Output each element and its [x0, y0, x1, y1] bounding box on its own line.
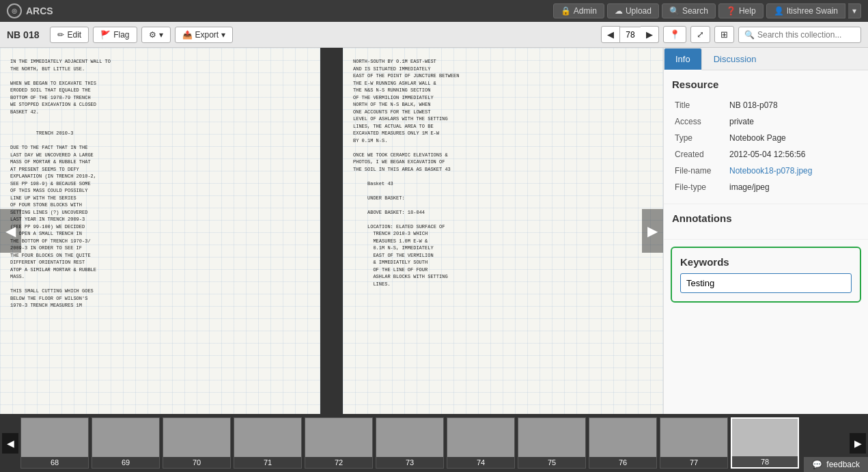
- upload-button[interactable]: ☁ Upload: [607, 3, 659, 18]
- notebook-binding: [322, 48, 343, 414]
- notebook-left-text: IN THE IMMEDIATELY ADJACENT WALL TO THE …: [10, 58, 310, 309]
- export-icon: 📤: [182, 30, 193, 40]
- filmstrip-item-label: 74: [447, 457, 514, 468]
- title-label: Title: [672, 97, 727, 113]
- filmstrip-item[interactable]: 70: [163, 417, 231, 469]
- settings-button[interactable]: ⚙ ▾: [141, 27, 171, 43]
- filmstrip-item[interactable]: 78: [731, 417, 799, 469]
- notebook-left-page: IN THE IMMEDIATELY ADJACENT WALL TO THE …: [0, 48, 322, 414]
- search-nav-button[interactable]: 🔍 Search: [662, 3, 716, 18]
- filmstrip-item[interactable]: 71: [234, 417, 302, 469]
- collection-search: 🔍: [738, 27, 861, 43]
- resource-section: Resource Title NB 018-p078 Access privat…: [664, 70, 868, 204]
- user-button[interactable]: 👤 Itishree Swain: [766, 3, 845, 18]
- help-button[interactable]: ❓ Help: [718, 3, 764, 18]
- table-row: Title NB 018-p078: [672, 97, 860, 113]
- lock-icon: 🔒: [561, 6, 571, 16]
- filmstrip-item-label: 69: [92, 457, 159, 468]
- top-navigation: ◎ ARCS 🔒 Admin ☁ Upload 🔍 Search ❓ Help …: [0, 0, 868, 22]
- location-button[interactable]: 📍: [663, 26, 686, 43]
- export-button[interactable]: 📤 Export ▾: [175, 27, 234, 43]
- created-label: Created: [672, 146, 727, 163]
- filmstrip-item-label: 71: [234, 457, 301, 468]
- filmstrip-prev-button[interactable]: ◀: [2, 433, 18, 454]
- type-label: Type: [672, 130, 727, 146]
- flag-icon: 🚩: [100, 30, 111, 40]
- main-content: ◀ IN THE IMMEDIATELY ADJACENT WALL TO TH…: [0, 48, 868, 414]
- page-navigation: ◀ 78 ▶: [601, 26, 659, 43]
- edit-icon: ✏: [57, 30, 64, 40]
- user-dropdown-button[interactable]: ▾: [848, 3, 861, 18]
- created-value: 2012-05-04 12:56:56: [727, 146, 860, 163]
- user-icon: 👤: [774, 6, 784, 16]
- filmstrip-item-label: 78: [732, 456, 798, 467]
- logo-icon: ◎: [7, 3, 22, 18]
- toolbar: NB 018 ✏ Edit 🚩 Flag ⚙ ▾ 📤 Export ▾ ◀ 78…: [0, 22, 868, 48]
- admin-button[interactable]: 🔒 Admin: [553, 3, 604, 18]
- keywords-section: Keywords: [671, 247, 861, 303]
- app-logo: ◎ ARCS: [7, 3, 53, 18]
- table-row: File-name Notebook18-p078.jpeg: [672, 163, 860, 179]
- gear-icon: ⚙: [149, 30, 156, 40]
- next-page-button[interactable]: ▶: [641, 26, 659, 43]
- search-icon: 🔍: [744, 30, 755, 40]
- filename-label: File-name: [672, 163, 727, 179]
- filmstrip-item-label: 68: [21, 457, 88, 468]
- notebook-image: IN THE IMMEDIATELY ADJACENT WALL TO THE …: [0, 48, 663, 414]
- tab-discussion[interactable]: Discussion: [702, 48, 768, 70]
- right-panel: Info Discussion Resource Title NB 018-p0…: [663, 48, 868, 414]
- prev-page-button[interactable]: ◀: [601, 26, 620, 43]
- resource-title: Resource: [672, 79, 860, 90]
- app-name: ARCS: [26, 5, 53, 16]
- filetype-value: image/jpeg: [727, 179, 860, 195]
- filmstrip-item-label: 70: [163, 457, 230, 468]
- filmstrip-item[interactable]: 74: [447, 417, 515, 469]
- notebook-right-page: NORTH-SOUTH BY 0.1M EAST-WEST AND IS SIT…: [343, 48, 663, 414]
- page-title: NB 018: [7, 29, 39, 40]
- resource-table: Title NB 018-p078 Access private Type No…: [672, 97, 860, 195]
- viewer-next-button[interactable]: ▶: [642, 209, 663, 253]
- filmstrip-item-label: 73: [376, 457, 443, 468]
- filmstrip-item[interactable]: 68: [20, 417, 89, 469]
- collection-search-input[interactable]: [757, 30, 853, 40]
- title-value: NB 018-p078: [727, 97, 860, 113]
- panel-tabs: Info Discussion: [664, 48, 868, 70]
- filmstrip-items: 6869707172737475767778: [0, 417, 820, 469]
- image-viewer: ◀ IN THE IMMEDIATELY ADJACENT WALL TO TH…: [0, 48, 663, 414]
- fullscreen-button[interactable]: ⤢: [690, 26, 710, 43]
- filmstrip-item[interactable]: 69: [92, 417, 160, 469]
- table-row: File-type image/jpeg: [672, 179, 860, 195]
- filmstrip-item[interactable]: 77: [660, 417, 728, 469]
- tab-info[interactable]: Info: [664, 48, 702, 70]
- feedback-button[interactable]: 💬 feedback: [804, 457, 868, 472]
- filmstrip-item[interactable]: 73: [376, 417, 444, 469]
- table-row: Type Notebook Page: [672, 130, 860, 146]
- filename-value: Notebook18-p078.jpeg: [727, 163, 860, 179]
- filmstrip-item-label: 72: [305, 457, 372, 468]
- filmstrip-item[interactable]: 72: [305, 417, 373, 469]
- grid-view-button[interactable]: ⊞: [714, 26, 734, 43]
- filmstrip-item-label: 75: [518, 457, 585, 468]
- viewer-prev-button[interactable]: ◀: [0, 209, 21, 253]
- filmstrip-item-label: 76: [589, 457, 656, 468]
- feedback-icon: 💬: [812, 460, 822, 469]
- keywords-title: Keywords: [680, 256, 852, 268]
- filmstrip-next-button[interactable]: ▶: [850, 433, 866, 454]
- current-page-number: 78: [620, 27, 641, 43]
- filmstrip-item[interactable]: 76: [589, 417, 657, 469]
- filmstrip-item-label: 77: [660, 457, 727, 468]
- grid-icon: ⊞: [720, 29, 728, 40]
- edit-button[interactable]: ✏ Edit: [50, 27, 89, 43]
- help-icon: ❓: [726, 6, 736, 16]
- type-value: Notebook Page: [727, 130, 860, 146]
- filmstrip-item[interactable]: 75: [518, 417, 586, 469]
- flag-button[interactable]: 🚩 Flag: [93, 27, 137, 43]
- access-value: private: [727, 113, 860, 130]
- annotations-section: Annotations: [664, 204, 868, 240]
- fullscreen-icon: ⤢: [697, 29, 704, 40]
- keywords-input[interactable]: [680, 273, 852, 293]
- table-row: Access private: [672, 113, 860, 130]
- table-row: Created 2012-05-04 12:56:56: [672, 146, 860, 163]
- filename-link[interactable]: Notebook18-p078.jpeg: [729, 166, 812, 176]
- search-nav-icon: 🔍: [669, 6, 680, 16]
